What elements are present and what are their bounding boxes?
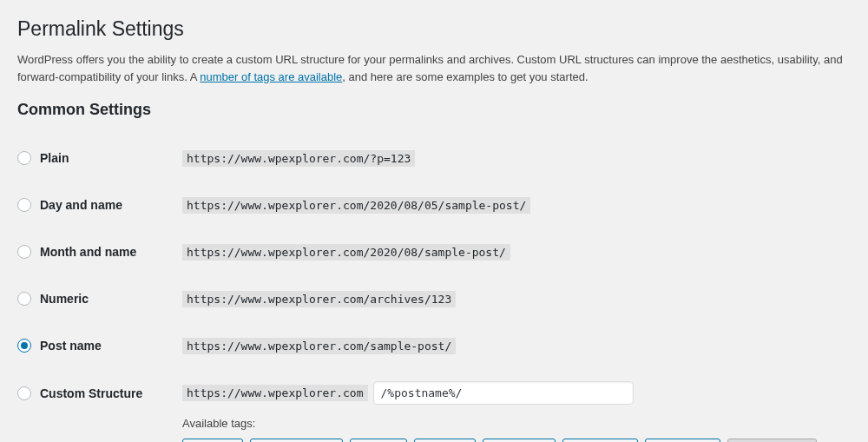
tags-available-link[interactable]: number of tags are available bbox=[200, 70, 342, 83]
radio-custom[interactable] bbox=[17, 386, 31, 400]
custom-base-url: https://www.wpexplorer.com bbox=[182, 385, 368, 401]
option-month-name-text: Month and name bbox=[40, 245, 136, 259]
page-description: WordPress offers you the ability to crea… bbox=[17, 51, 851, 85]
available-tags-label: Available tags: bbox=[182, 417, 842, 430]
available-tags-list: %year% %monthnum% %day% %hour% %minute% … bbox=[182, 439, 842, 442]
option-post-name-text: Post name bbox=[40, 339, 102, 353]
permalink-structure-input[interactable] bbox=[373, 381, 634, 405]
example-day-name: https://www.wpexplorer.com/2020/08/05/sa… bbox=[182, 197, 530, 214]
tag-button-hour[interactable]: %hour% bbox=[414, 439, 476, 442]
description-text-2: , and here are some examples to get you … bbox=[342, 70, 588, 83]
option-custom-text: Custom Structure bbox=[40, 386, 142, 400]
option-plain-label[interactable]: Plain bbox=[17, 151, 174, 165]
radio-plain[interactable] bbox=[17, 151, 31, 165]
example-numeric: https://www.wpexplorer.com/archives/123 bbox=[182, 291, 456, 307]
option-day-name-label[interactable]: Day and name bbox=[17, 198, 174, 212]
option-post-name-label[interactable]: Post name bbox=[17, 339, 174, 353]
common-settings-heading: Common Settings bbox=[17, 101, 851, 119]
option-custom-label[interactable]: Custom Structure bbox=[17, 386, 174, 400]
tag-button-minute[interactable]: %minute% bbox=[483, 439, 556, 442]
option-numeric-text: Numeric bbox=[40, 292, 89, 306]
radio-numeric[interactable] bbox=[17, 292, 31, 306]
tag-button-second[interactable]: %second% bbox=[562, 439, 638, 442]
option-plain-text: Plain bbox=[40, 151, 69, 165]
custom-structure-row: https://www.wpexplorer.com bbox=[182, 381, 842, 405]
option-day-name-text: Day and name bbox=[40, 198, 122, 212]
example-post-name: https://www.wpexplorer.com/sample-post/ bbox=[182, 338, 456, 354]
page-title: Permalink Settings bbox=[17, 17, 851, 41]
tag-button-post-id[interactable]: %post_id% bbox=[645, 439, 720, 442]
tag-button-day[interactable]: %day% bbox=[350, 439, 407, 442]
example-plain: https://www.wpexplorer.com/?p=123 bbox=[182, 150, 415, 167]
permalink-structure-table: Plain https://www.wpexplorer.com/?p=123 … bbox=[17, 135, 851, 442]
example-month-name: https://www.wpexplorer.com/2020/08/sampl… bbox=[182, 244, 510, 261]
radio-month-name[interactable] bbox=[17, 245, 31, 259]
radio-day-name[interactable] bbox=[17, 198, 31, 212]
tag-button-year[interactable]: %year% bbox=[182, 439, 243, 442]
tag-button-monthnum[interactable]: %monthnum% bbox=[250, 439, 343, 442]
tag-button-postname[interactable]: %postname% bbox=[727, 439, 816, 442]
option-numeric-label[interactable]: Numeric bbox=[17, 292, 174, 306]
option-month-name-label[interactable]: Month and name bbox=[17, 245, 174, 259]
radio-post-name[interactable] bbox=[17, 339, 31, 353]
